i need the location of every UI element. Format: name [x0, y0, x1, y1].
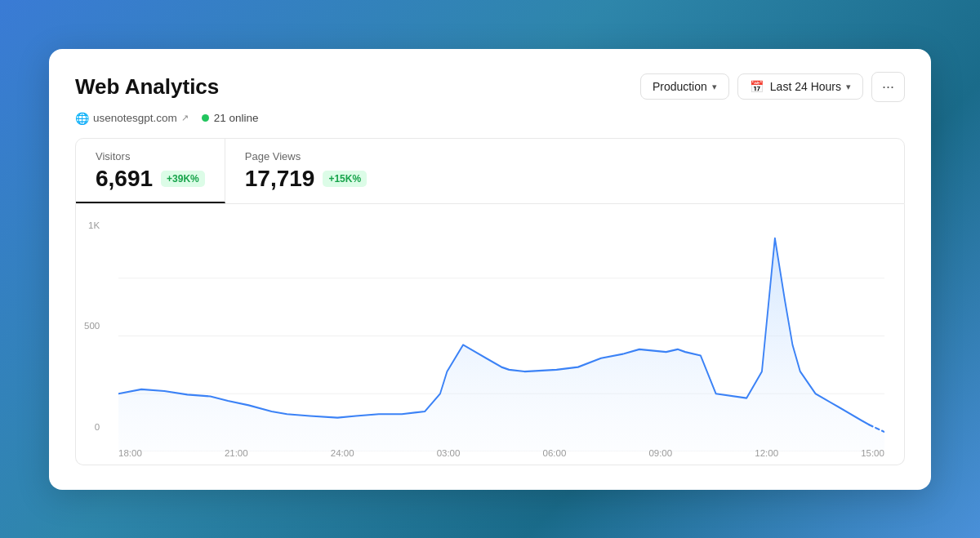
x-axis: 18:00 21:00 24:00 03:00 06:00 09:00 12:0…: [118, 448, 884, 458]
x-label-21: 21:00: [225, 448, 248, 458]
timerange-selector[interactable]: 📅 Last 24 Hours ▾: [737, 73, 863, 100]
chevron-down-icon-2: ▾: [846, 82, 851, 92]
svg-marker-4: [118, 238, 884, 451]
x-label-06: 06:00: [543, 448, 567, 458]
area-chart: [118, 220, 884, 451]
visitors-badge: +39K%: [161, 171, 205, 187]
online-indicator: 21 online: [202, 112, 259, 124]
online-count: 21 online: [214, 112, 259, 124]
more-icon: ···: [882, 78, 894, 96]
y-label-0: 0: [95, 422, 100, 432]
pageviews-value: 17,719: [245, 166, 315, 192]
more-options-button[interactable]: ···: [871, 72, 905, 102]
pageviews-value-row: 17,719 +15K%: [245, 166, 367, 192]
online-dot: [202, 114, 209, 122]
y-label-1k: 1K: [88, 220, 100, 230]
globe-icon: 🌐: [75, 112, 89, 125]
card-header: Web Analytics Production ▾ 📅 Last 24 Hou…: [75, 72, 905, 102]
metrics-row: Visitors 6,691 +39K% Page Views 17,719 +…: [75, 138, 905, 204]
chart-container: 1K 500 0: [75, 204, 905, 465]
pageviews-badge: +15K%: [323, 171, 367, 187]
x-label-15: 15:00: [861, 448, 884, 458]
x-label-09: 09:00: [648, 448, 672, 458]
subtitle-row: 🌐 usenotesgpt.com ↗ 21 online: [75, 112, 905, 125]
environment-selector[interactable]: Production ▾: [640, 73, 729, 100]
y-label-500: 500: [84, 321, 100, 331]
pageviews-label: Page Views: [245, 150, 367, 162]
visitors-value: 6,691: [96, 166, 153, 192]
environment-label: Production: [653, 80, 707, 93]
site-url: usenotesgpt.com: [93, 112, 177, 124]
site-link[interactable]: 🌐 usenotesgpt.com ↗: [75, 112, 189, 125]
x-label-24: 24:00: [331, 448, 354, 458]
y-axis: 1K 500 0: [84, 220, 100, 432]
x-label-18: 18:00: [118, 448, 142, 458]
page-title: Web Analytics: [75, 74, 219, 100]
pageviews-metric[interactable]: Page Views 17,719 +15K%: [225, 139, 386, 203]
x-label-12: 12:00: [755, 448, 778, 458]
x-label-03: 03:00: [437, 448, 461, 458]
visitors-value-row: 6,691 +39K%: [96, 166, 205, 192]
analytics-card: Web Analytics Production ▾ 📅 Last 24 Hou…: [49, 49, 931, 490]
calendar-icon: 📅: [750, 80, 764, 93]
visitors-metric[interactable]: Visitors 6,691 +39K%: [76, 139, 225, 203]
external-link-icon: ↗: [181, 113, 189, 123]
timerange-label: Last 24 Hours: [770, 80, 841, 93]
header-controls: Production ▾ 📅 Last 24 Hours ▾ ···: [640, 72, 905, 102]
chevron-down-icon: ▾: [712, 82, 717, 92]
visitors-label: Visitors: [96, 150, 205, 162]
